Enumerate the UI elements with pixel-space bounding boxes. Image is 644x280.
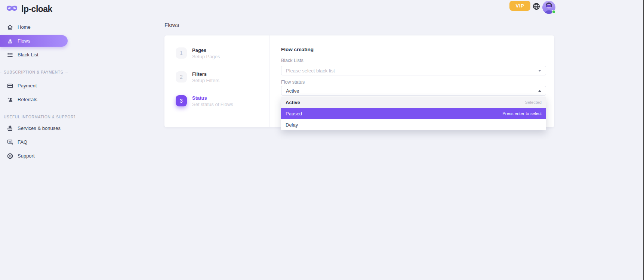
step-filters[interactable]: 2 Filters Setup Filters [176, 71, 269, 83]
sidebar-item-label: Services & bonuses [18, 125, 61, 131]
vip-button[interactable]: VIP [509, 1, 530, 11]
option-hint: Selected [525, 100, 542, 105]
step-number-badge: 1 [176, 47, 187, 59]
sidebar-item-black-list[interactable]: Black List [0, 48, 75, 62]
sidebar-item-home[interactable]: Home [0, 20, 75, 34]
online-status-dot [552, 10, 556, 14]
sidebar-item-flows[interactable]: Flows [0, 35, 68, 47]
sidebar-section-subscription: SUBSCRIPTION & PAYMENTS [0, 68, 75, 76]
brand-logo[interactable]: lp-cloak [6, 2, 52, 16]
step-subtitle: Set status of Flows [192, 102, 233, 107]
sidebar-item-label: FAQ [18, 139, 27, 145]
globe-icon[interactable] [532, 2, 540, 10]
chevron-up-icon [538, 90, 541, 92]
flow-status-select-wrap: Active Active Selected Paused Press ente… [281, 86, 546, 96]
sidebar-section-support: USEFUL INFORMATION & SUPPORT [0, 113, 75, 121]
user-avatar[interactable] [542, 1, 555, 14]
black-lists-label: Black Lists [281, 58, 546, 63]
svg-text:?!: ?! [9, 140, 11, 143]
sidebar-item-support[interactable]: Support [0, 149, 75, 163]
step-title: Status [192, 95, 233, 101]
app-root: lp-cloak VIP Home [0, 0, 644, 280]
step-status[interactable]: 3 Status Set status of Flows [176, 95, 269, 107]
option-delay[interactable]: Delay [281, 119, 546, 130]
flow-creating-card: 1 Pages Setup Pages 2 Filters Setup Filt… [164, 35, 554, 127]
step-title: Filters [192, 71, 219, 77]
form-title: Flow creating [281, 47, 546, 53]
black-list-icon [7, 52, 13, 58]
black-lists-input[interactable] [286, 68, 535, 74]
flows-icon [7, 38, 13, 44]
sidebar-item-services[interactable]: Services & bonuses [0, 121, 75, 135]
step-pages[interactable]: 1 Pages Setup Pages [176, 47, 269, 59]
black-lists-select[interactable] [281, 66, 546, 75]
flow-status-value: Active [286, 88, 299, 94]
mask-icon [6, 4, 18, 13]
step-title: Pages [192, 47, 220, 53]
flow-status-dropdown: Active Selected Paused Press enter to se… [281, 97, 546, 130]
chevron-down-icon [538, 70, 541, 72]
faq-icon: ?! [7, 139, 13, 146]
flow-status-select[interactable]: Active [281, 86, 546, 96]
gift-icon [7, 125, 13, 132]
sidebar-item-label: Referrals [18, 97, 37, 102]
option-active[interactable]: Active Selected [281, 97, 546, 108]
sidebar-item-payment[interactable]: Payment [0, 79, 75, 93]
sidebar-item-referrals[interactable]: Referrals [0, 93, 75, 106]
brand-name: lp-cloak [21, 4, 52, 14]
step-number-badge: 3 [176, 95, 187, 106]
sidebar-item-label: Flows [18, 38, 30, 44]
referrals-icon [7, 96, 13, 103]
step-subtitle: Setup Pages [192, 54, 220, 59]
home-icon [7, 24, 13, 31]
option-paused[interactable]: Paused Press enter to select [281, 108, 546, 119]
sidebar-item-label: Support [18, 153, 35, 159]
wizard-steps: 1 Pages Setup Pages 2 Filters Setup Filt… [164, 35, 269, 127]
sidebar: Home Flows Black List SUBSCRIPTION & PAY… [0, 20, 75, 163]
option-hint: Press enter to select [502, 111, 542, 116]
step-subtitle: Setup Filters [192, 78, 219, 83]
sidebar-item-label: Payment [18, 83, 37, 88]
lifebuoy-icon [7, 153, 13, 159]
sidebar-item-faq[interactable]: ?! FAQ [0, 135, 75, 149]
step-number-badge: 2 [176, 71, 187, 83]
sidebar-item-label: Home [18, 24, 31, 30]
page-title: Flows [164, 22, 179, 28]
flow-creating-form: Flow creating Black Lists Flow status Ac… [269, 35, 554, 127]
payment-icon [7, 83, 13, 89]
sidebar-item-label: Black List [18, 52, 38, 57]
flow-status-label: Flow status [281, 80, 546, 85]
